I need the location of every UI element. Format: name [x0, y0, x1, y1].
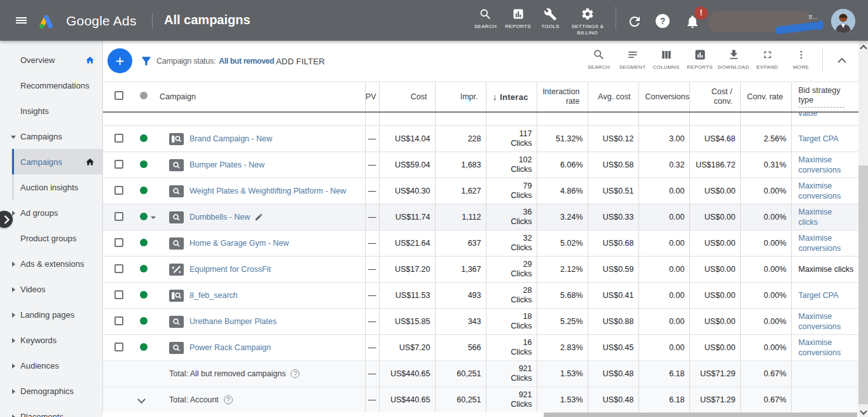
menu-icon[interactable]	[16, 17, 27, 25]
col-header-conversions[interactable]: Conversions	[638, 82, 689, 112]
bid-strategy-link[interactable]: Maximise conversions	[799, 311, 846, 332]
new-campaign-button[interactable]: +	[107, 48, 132, 73]
cell-impr: 1,627	[435, 178, 486, 204]
sidebar-item-campaigns[interactable]: Campaigns	[0, 149, 102, 174]
help-circle-icon[interactable]: ?	[224, 395, 233, 404]
plus-icon: +	[115, 53, 124, 69]
select-all-checkbox[interactable]	[114, 91, 123, 100]
sidebar-item-audiences[interactable]: Audiences	[0, 353, 102, 378]
row-checkbox[interactable]	[114, 290, 123, 299]
cell-interactions: 79Clicks	[486, 178, 537, 204]
horizontal-scrollbar[interactable]	[102, 413, 858, 417]
scroll-down-arrow[interactable]	[860, 407, 867, 414]
sidebar-item-ads-extensions[interactable]: Ads & extensions	[0, 251, 102, 276]
horizontal-scrollbar-thumb[interactable]	[544, 413, 857, 417]
toolbar-segment-button[interactable]: SEGMENT	[616, 48, 649, 70]
bid-strategy-link[interactable]: Maximise conversions	[799, 181, 846, 201]
col-header-interaction-rate[interactable]: Interaction rate	[537, 82, 588, 112]
sidebar-item-keywords[interactable]: Keywords	[0, 327, 102, 353]
nav-reports-button[interactable]: REPORTS	[502, 6, 534, 36]
row-checkbox[interactable]	[114, 316, 123, 325]
nav-settings-billing-button[interactable]: SETTINGS & BILLING	[567, 6, 609, 36]
col-header-interactions[interactable]: ↓ Interac	[486, 82, 537, 112]
sidebar-item-product-groups[interactable]: Product groups	[0, 225, 102, 251]
campaign-name-link[interactable]: Equipment for CrossFit	[189, 265, 271, 274]
bid-strategy-link[interactable]: value	[799, 112, 818, 118]
cell-bid-strategy	[791, 361, 858, 387]
table-toolbar: SEARCHSEGMENTCOLUMNSREPORTSDOWNLOADEXPAN…	[582, 48, 818, 70]
avatar[interactable]	[831, 9, 855, 33]
collapse-table-chevron-icon[interactable]	[837, 57, 846, 63]
col-header-cost[interactable]: Cost	[379, 82, 435, 112]
edit-pencil-icon[interactable]	[254, 213, 263, 222]
toolbar-search-button[interactable]: SEARCH	[582, 48, 616, 70]
row-checkbox[interactable]	[114, 160, 123, 169]
campaign-name-link[interactable]: Home & Garage Gym - New	[189, 239, 289, 248]
bid-strategy-link[interactable]: Maximise conversions	[799, 233, 846, 253]
cell-cost: US$15.85	[379, 309, 435, 335]
campaign-name-link[interactable]: Urethane Bumper Plates	[189, 317, 277, 326]
toolbar-item-label: SEARCH	[588, 64, 610, 70]
cell-conversions: 0.00	[638, 309, 689, 335]
expand-total-chevron-icon[interactable]	[137, 395, 146, 404]
help-icon[interactable]: ?	[656, 14, 670, 28]
sidebar-item-overview[interactable]: Overview	[0, 47, 102, 73]
col-header-bid-strategy[interactable]: Bid strategy type	[791, 82, 858, 112]
toolbar-reports-button[interactable]: REPORTS	[683, 48, 717, 70]
sidebar-item-demographics[interactable]: Demographics	[0, 378, 102, 404]
cell-cost-conv: US$0.00	[689, 309, 740, 335]
campaign-name-link[interactable]: Brand Campaign - New	[189, 134, 272, 143]
sidebar-item-campaigns[interactable]: Campaigns	[0, 124, 102, 149]
toolbar-download-button[interactable]: DOWNLOAD	[717, 48, 750, 70]
cell-interaction-rate: 1.53%	[537, 361, 588, 387]
campaign-name-link[interactable]: Dumbbells - New	[189, 213, 250, 222]
toolbar-expand-button[interactable]: EXPAND	[750, 48, 784, 70]
vertical-scrollbar[interactable]	[858, 41, 868, 417]
sidebar-item-auction-insights[interactable]: Auction insights	[0, 174, 102, 200]
row-checkbox[interactable]	[114, 186, 123, 195]
row-checkbox[interactable]	[114, 212, 123, 221]
toolbar-more-button[interactable]: MORE	[784, 48, 818, 70]
sidebar-item-label: Videos	[20, 285, 46, 294]
scroll-up-arrow[interactable]	[860, 45, 867, 52]
sidebar-item-insights[interactable]: Insights	[0, 98, 102, 124]
campaign-name-link[interactable]: Power Rack Campaign	[189, 343, 271, 352]
col-header-impr[interactable]: Impr.	[435, 82, 486, 112]
nav-search-button[interactable]: SEARCH	[469, 6, 502, 36]
campaign-name-link[interactable]: Weight Plates & Weightlifting Platform -…	[189, 187, 346, 195]
campaign-type-search-icon	[169, 342, 184, 354]
status-menu-arrow-icon[interactable]	[151, 216, 156, 219]
sidebar-item-recommendations[interactable]: Recommendations	[0, 73, 102, 98]
toolbar-columns-button[interactable]: COLUMNS	[649, 48, 683, 70]
bid-strategy-link[interactable]: Target CPA	[799, 134, 839, 144]
sidebar-item-videos[interactable]: Videos	[0, 276, 102, 302]
sidebar-item-placements[interactable]: Placements	[0, 404, 102, 417]
row-checkbox[interactable]	[114, 134, 123, 143]
help-circle-icon[interactable]: ?	[291, 369, 300, 378]
campaign-name-link[interactable]: 8_feb_search	[189, 291, 238, 300]
row-checkbox[interactable]	[114, 343, 123, 351]
bid-strategy-link[interactable]: Target CPA	[799, 290, 839, 300]
campaign-type-search-icon	[169, 316, 184, 328]
row-checkbox[interactable]	[114, 238, 123, 247]
bid-strategy-link[interactable]: Maximise conversions	[799, 337, 846, 358]
campaign-status-filter[interactable]: Campaign status: All but removed	[156, 41, 274, 81]
add-filter-button[interactable]: ADD FILTER	[276, 41, 325, 81]
col-header-avg-cost[interactable]: Avg. cost	[588, 82, 638, 112]
bid-strategy-link[interactable]: Maximise conversions	[799, 155, 846, 175]
row-checkbox[interactable]	[114, 264, 123, 273]
sidebar-item-landing-pages[interactable]: Landing pages	[0, 302, 102, 327]
refresh-icon[interactable]	[627, 14, 642, 29]
status-enabled-dot	[140, 239, 148, 246]
col-header-cost-conv[interactable]: Cost / conv.	[689, 82, 740, 112]
col-header-conv-rate[interactable]: Conv. rate	[740, 82, 791, 112]
table-header-row: Campaign PV Cost Impr. ↓ Interac Interac…	[102, 82, 858, 112]
sidebar-item-ad-groups[interactable]: Ad groups	[0, 200, 102, 225]
cell-conversions: 0.00	[638, 230, 689, 257]
col-header-pv[interactable]: PV	[365, 82, 379, 112]
campaign-name-link[interactable]: Bumper Plates - New	[189, 160, 265, 169]
bid-strategy-link[interactable]: Maximise clicks	[799, 207, 846, 227]
vertical-scrollbar-thumb[interactable]	[858, 166, 868, 404]
col-header-campaign[interactable]: Campaign	[158, 82, 365, 112]
nav-tools-button[interactable]: TOOLS	[534, 6, 567, 36]
